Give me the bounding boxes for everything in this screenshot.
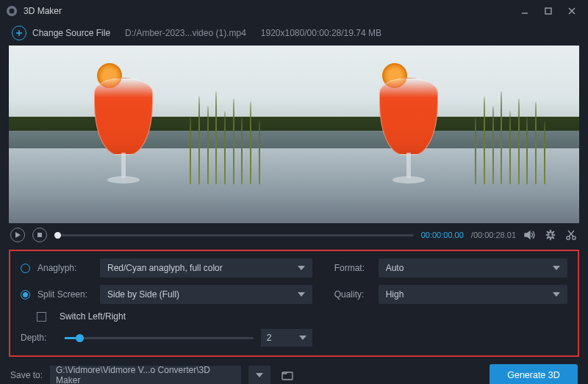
svg-marker-20 bbox=[256, 373, 263, 377]
svg-point-1 bbox=[10, 9, 15, 14]
chevron-down-icon bbox=[298, 266, 305, 270]
change-source-label: Change Source File bbox=[32, 28, 110, 38]
play-bar: 00:00:00.00/00:00:28.01 bbox=[0, 223, 588, 247]
open-folder-button[interactable] bbox=[278, 366, 297, 384]
format-label: Format: bbox=[334, 263, 371, 273]
maximize-button[interactable] bbox=[538, 4, 559, 18]
anaglyph-dropdown[interactable]: Red/Cyan anaglyph, full color bbox=[100, 258, 312, 278]
splitscreen-radio[interactable] bbox=[21, 290, 30, 300]
svg-marker-8 bbox=[15, 232, 21, 238]
footer: Save to: G:\Vidmore\Vidmore V...o Conver… bbox=[0, 357, 588, 384]
splitscreen-label: Split Screen: bbox=[37, 289, 93, 300]
window-title: 3D Maker bbox=[24, 6, 62, 16]
time-total: /00:00:28.01 bbox=[471, 231, 516, 239]
chevron-down-icon bbox=[299, 336, 306, 340]
anaglyph-radio[interactable] bbox=[21, 264, 30, 273]
svg-line-13 bbox=[569, 231, 574, 236]
splitscreen-dropdown[interactable]: Side by Side (Full) bbox=[100, 285, 312, 304]
snapshot-icon[interactable] bbox=[544, 228, 557, 242]
svg-marker-16 bbox=[298, 292, 305, 297]
source-path: D:/Amber-2023...video (1).mp4 bbox=[125, 28, 246, 38]
titlebar: 3D Maker bbox=[0, 0, 588, 22]
anaglyph-value: Red/Cyan anaglyph, full color bbox=[107, 263, 223, 273]
preview-right bbox=[294, 46, 579, 223]
saveto-label: Save to: bbox=[10, 370, 43, 380]
chevron-down-icon bbox=[553, 292, 560, 297]
svg-rect-3 bbox=[545, 8, 551, 14]
plus-icon bbox=[12, 26, 26, 40]
svg-marker-10 bbox=[525, 231, 530, 239]
video-preview bbox=[9, 46, 579, 223]
format-value: Auto bbox=[386, 263, 404, 273]
switch-checkbox[interactable] bbox=[37, 312, 46, 322]
svg-marker-19 bbox=[553, 292, 560, 297]
time-current: 00:00:00.00 bbox=[421, 231, 464, 239]
cut-icon[interactable] bbox=[564, 228, 578, 242]
quality-value: High bbox=[386, 289, 404, 300]
generate-button[interactable]: Generate 3D bbox=[490, 364, 578, 384]
app-icon bbox=[6, 5, 18, 17]
splitscreen-value: Side by Side (Full) bbox=[107, 289, 179, 300]
svg-point-12 bbox=[573, 236, 576, 239]
source-bar: Change Source File D:/Amber-2023...video… bbox=[0, 22, 588, 44]
minimize-button[interactable] bbox=[514, 4, 535, 18]
options-panel: Anaglyph: Red/Cyan anaglyph, full color … bbox=[9, 250, 579, 357]
preview-left bbox=[9, 46, 294, 223]
svg-marker-18 bbox=[553, 266, 560, 270]
svg-point-11 bbox=[567, 236, 570, 239]
svg-rect-9 bbox=[37, 233, 42, 237]
switch-label: Switch Left/Right bbox=[60, 311, 126, 322]
svg-marker-15 bbox=[298, 266, 305, 270]
stop-button[interactable] bbox=[32, 228, 47, 242]
depth-dropdown[interactable]: 2 bbox=[261, 329, 312, 347]
close-button[interactable] bbox=[562, 4, 582, 18]
depth-value: 2 bbox=[267, 333, 272, 343]
source-info: 1920x1080/00:00:28/19.74 MB bbox=[261, 28, 381, 38]
chevron-down-icon bbox=[298, 292, 305, 297]
chevron-down-icon bbox=[553, 266, 560, 270]
svg-line-14 bbox=[568, 231, 573, 236]
anaglyph-label: Anaglyph: bbox=[37, 263, 93, 273]
change-source-button[interactable]: Change Source File bbox=[12, 26, 110, 40]
saveto-path[interactable]: G:\Vidmore\Vidmore V...o Converter\3D Ma… bbox=[50, 366, 241, 384]
depth-slider[interactable] bbox=[65, 337, 254, 339]
format-dropdown[interactable]: Auto bbox=[379, 258, 567, 278]
quality-dropdown[interactable]: High bbox=[379, 285, 567, 304]
volume-icon[interactable] bbox=[523, 228, 537, 242]
quality-label: Quality: bbox=[334, 289, 371, 300]
play-button[interactable] bbox=[10, 228, 25, 242]
saveto-dropdown[interactable] bbox=[248, 366, 270, 384]
svg-marker-17 bbox=[299, 336, 306, 340]
depth-label: Depth: bbox=[21, 333, 57, 343]
progress-bar[interactable] bbox=[54, 234, 414, 236]
